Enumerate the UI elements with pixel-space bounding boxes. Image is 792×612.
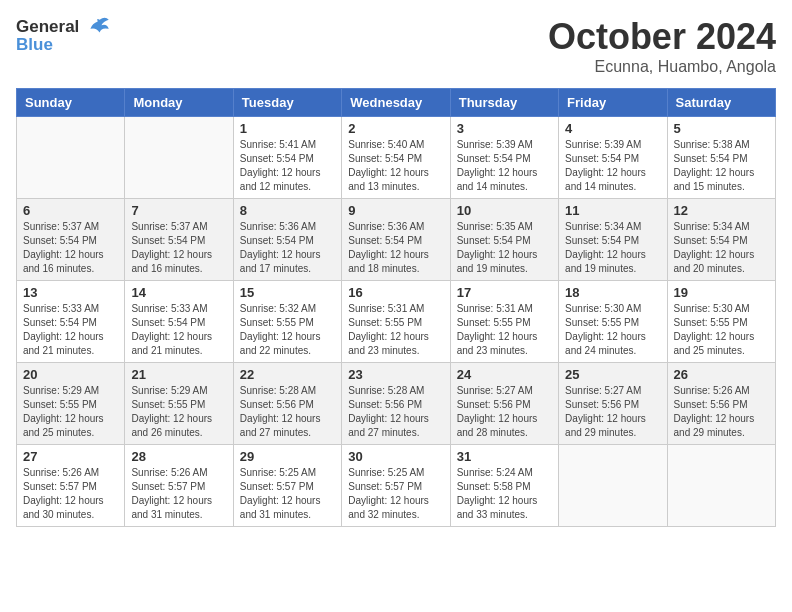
day-number: 28 (131, 449, 226, 464)
calendar-day-header: Friday (559, 89, 667, 117)
logo-general: General (16, 18, 79, 37)
calendar-cell: 30Sunrise: 5:25 AM Sunset: 5:57 PM Dayli… (342, 445, 450, 527)
day-info: Sunrise: 5:34 AM Sunset: 5:54 PM Dayligh… (565, 220, 660, 276)
calendar-week-row: 1Sunrise: 5:41 AM Sunset: 5:54 PM Daylig… (17, 117, 776, 199)
calendar-day-header: Thursday (450, 89, 558, 117)
day-info: Sunrise: 5:32 AM Sunset: 5:55 PM Dayligh… (240, 302, 335, 358)
calendar-cell: 23Sunrise: 5:28 AM Sunset: 5:56 PM Dayli… (342, 363, 450, 445)
day-number: 9 (348, 203, 443, 218)
calendar-cell: 1Sunrise: 5:41 AM Sunset: 5:54 PM Daylig… (233, 117, 341, 199)
calendar-cell: 16Sunrise: 5:31 AM Sunset: 5:55 PM Dayli… (342, 281, 450, 363)
logo-bird-icon (81, 16, 103, 38)
calendar-day-header: Monday (125, 89, 233, 117)
day-info: Sunrise: 5:26 AM Sunset: 5:57 PM Dayligh… (131, 466, 226, 522)
day-number: 25 (565, 367, 660, 382)
calendar-cell: 26Sunrise: 5:26 AM Sunset: 5:56 PM Dayli… (667, 363, 775, 445)
day-number: 6 (23, 203, 118, 218)
day-number: 7 (131, 203, 226, 218)
calendar-cell: 15Sunrise: 5:32 AM Sunset: 5:55 PM Dayli… (233, 281, 341, 363)
day-number: 5 (674, 121, 769, 136)
logo-blue: Blue (16, 36, 53, 55)
calendar-cell: 9Sunrise: 5:36 AM Sunset: 5:54 PM Daylig… (342, 199, 450, 281)
calendar-cell: 28Sunrise: 5:26 AM Sunset: 5:57 PM Dayli… (125, 445, 233, 527)
day-info: Sunrise: 5:24 AM Sunset: 5:58 PM Dayligh… (457, 466, 552, 522)
calendar-cell: 22Sunrise: 5:28 AM Sunset: 5:56 PM Dayli… (233, 363, 341, 445)
day-info: Sunrise: 5:37 AM Sunset: 5:54 PM Dayligh… (23, 220, 118, 276)
calendar-header-row: SundayMondayTuesdayWednesdayThursdayFrid… (17, 89, 776, 117)
day-info: Sunrise: 5:31 AM Sunset: 5:55 PM Dayligh… (348, 302, 443, 358)
calendar-cell: 4Sunrise: 5:39 AM Sunset: 5:54 PM Daylig… (559, 117, 667, 199)
day-info: Sunrise: 5:30 AM Sunset: 5:55 PM Dayligh… (674, 302, 769, 358)
day-info: Sunrise: 5:39 AM Sunset: 5:54 PM Dayligh… (457, 138, 552, 194)
day-info: Sunrise: 5:39 AM Sunset: 5:54 PM Dayligh… (565, 138, 660, 194)
day-info: Sunrise: 5:34 AM Sunset: 5:54 PM Dayligh… (674, 220, 769, 276)
day-info: Sunrise: 5:38 AM Sunset: 5:54 PM Dayligh… (674, 138, 769, 194)
calendar-week-row: 6Sunrise: 5:37 AM Sunset: 5:54 PM Daylig… (17, 199, 776, 281)
day-info: Sunrise: 5:31 AM Sunset: 5:55 PM Dayligh… (457, 302, 552, 358)
day-info: Sunrise: 5:41 AM Sunset: 5:54 PM Dayligh… (240, 138, 335, 194)
calendar-cell: 20Sunrise: 5:29 AM Sunset: 5:55 PM Dayli… (17, 363, 125, 445)
calendar-cell: 8Sunrise: 5:36 AM Sunset: 5:54 PM Daylig… (233, 199, 341, 281)
calendar-cell: 17Sunrise: 5:31 AM Sunset: 5:55 PM Dayli… (450, 281, 558, 363)
calendar-week-row: 27Sunrise: 5:26 AM Sunset: 5:57 PM Dayli… (17, 445, 776, 527)
day-info: Sunrise: 5:36 AM Sunset: 5:54 PM Dayligh… (240, 220, 335, 276)
day-info: Sunrise: 5:28 AM Sunset: 5:56 PM Dayligh… (240, 384, 335, 440)
calendar-cell (559, 445, 667, 527)
day-number: 22 (240, 367, 335, 382)
day-info: Sunrise: 5:27 AM Sunset: 5:56 PM Dayligh… (565, 384, 660, 440)
calendar-day-header: Saturday (667, 89, 775, 117)
calendar-cell: 11Sunrise: 5:34 AM Sunset: 5:54 PM Dayli… (559, 199, 667, 281)
day-number: 26 (674, 367, 769, 382)
calendar-cell: 19Sunrise: 5:30 AM Sunset: 5:55 PM Dayli… (667, 281, 775, 363)
calendar-cell: 13Sunrise: 5:33 AM Sunset: 5:54 PM Dayli… (17, 281, 125, 363)
day-number: 17 (457, 285, 552, 300)
day-number: 29 (240, 449, 335, 464)
calendar-cell: 25Sunrise: 5:27 AM Sunset: 5:56 PM Dayli… (559, 363, 667, 445)
day-info: Sunrise: 5:35 AM Sunset: 5:54 PM Dayligh… (457, 220, 552, 276)
calendar-day-header: Tuesday (233, 89, 341, 117)
calendar-cell (17, 117, 125, 199)
day-info: Sunrise: 5:27 AM Sunset: 5:56 PM Dayligh… (457, 384, 552, 440)
subtitle: Ecunna, Huambo, Angola (548, 58, 776, 76)
day-number: 23 (348, 367, 443, 382)
page-header: General Blue October 2024 Ecunna, Huambo… (16, 16, 776, 76)
day-number: 1 (240, 121, 335, 136)
day-number: 2 (348, 121, 443, 136)
logo: General Blue (16, 16, 103, 55)
calendar-cell: 12Sunrise: 5:34 AM Sunset: 5:54 PM Dayli… (667, 199, 775, 281)
day-info: Sunrise: 5:37 AM Sunset: 5:54 PM Dayligh… (131, 220, 226, 276)
day-number: 12 (674, 203, 769, 218)
day-info: Sunrise: 5:25 AM Sunset: 5:57 PM Dayligh… (348, 466, 443, 522)
calendar-week-row: 20Sunrise: 5:29 AM Sunset: 5:55 PM Dayli… (17, 363, 776, 445)
day-number: 20 (23, 367, 118, 382)
calendar-table: SundayMondayTuesdayWednesdayThursdayFrid… (16, 88, 776, 527)
calendar-cell: 7Sunrise: 5:37 AM Sunset: 5:54 PM Daylig… (125, 199, 233, 281)
main-title: October 2024 (548, 16, 776, 58)
day-info: Sunrise: 5:33 AM Sunset: 5:54 PM Dayligh… (131, 302, 226, 358)
day-info: Sunrise: 5:33 AM Sunset: 5:54 PM Dayligh… (23, 302, 118, 358)
calendar-cell: 18Sunrise: 5:30 AM Sunset: 5:55 PM Dayli… (559, 281, 667, 363)
calendar-cell: 29Sunrise: 5:25 AM Sunset: 5:57 PM Dayli… (233, 445, 341, 527)
day-number: 30 (348, 449, 443, 464)
calendar-week-row: 13Sunrise: 5:33 AM Sunset: 5:54 PM Dayli… (17, 281, 776, 363)
day-number: 4 (565, 121, 660, 136)
title-block: October 2024 Ecunna, Huambo, Angola (548, 16, 776, 76)
day-info: Sunrise: 5:26 AM Sunset: 5:56 PM Dayligh… (674, 384, 769, 440)
day-number: 11 (565, 203, 660, 218)
day-number: 15 (240, 285, 335, 300)
day-number: 27 (23, 449, 118, 464)
day-info: Sunrise: 5:26 AM Sunset: 5:57 PM Dayligh… (23, 466, 118, 522)
calendar-cell: 3Sunrise: 5:39 AM Sunset: 5:54 PM Daylig… (450, 117, 558, 199)
calendar-day-header: Sunday (17, 89, 125, 117)
calendar-cell: 2Sunrise: 5:40 AM Sunset: 5:54 PM Daylig… (342, 117, 450, 199)
calendar-cell: 24Sunrise: 5:27 AM Sunset: 5:56 PM Dayli… (450, 363, 558, 445)
day-number: 19 (674, 285, 769, 300)
calendar-cell: 5Sunrise: 5:38 AM Sunset: 5:54 PM Daylig… (667, 117, 775, 199)
day-info: Sunrise: 5:29 AM Sunset: 5:55 PM Dayligh… (131, 384, 226, 440)
calendar-cell (125, 117, 233, 199)
day-number: 21 (131, 367, 226, 382)
calendar-day-header: Wednesday (342, 89, 450, 117)
calendar-cell: 27Sunrise: 5:26 AM Sunset: 5:57 PM Dayli… (17, 445, 125, 527)
day-info: Sunrise: 5:30 AM Sunset: 5:55 PM Dayligh… (565, 302, 660, 358)
day-info: Sunrise: 5:25 AM Sunset: 5:57 PM Dayligh… (240, 466, 335, 522)
